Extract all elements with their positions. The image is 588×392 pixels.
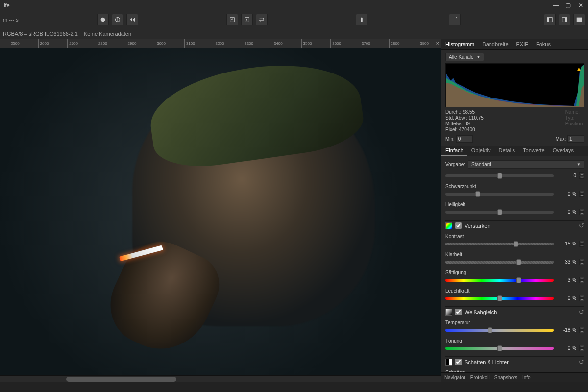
auto-enhance-icon[interactable] [449, 14, 461, 25]
stepper-down-icon[interactable]: ▾ [579, 348, 584, 351]
slider-track[interactable] [445, 279, 554, 282]
panel-left-icon[interactable] [544, 14, 556, 25]
min-input[interactable] [456, 135, 473, 143]
info-icon[interactable] [356, 14, 368, 25]
slider-track[interactable] [445, 193, 554, 196]
tab-bandbreite[interactable]: Bandbreite [478, 39, 512, 49]
image-canvas[interactable] [0, 48, 441, 375]
stepper-up-icon[interactable]: ▴ [579, 172, 584, 175]
stepper-down-icon[interactable]: ▾ [579, 298, 584, 301]
slider-track[interactable] [445, 329, 554, 332]
maximize-icon[interactable]: ▢ [565, 3, 571, 8]
stepper-up-icon[interactable]: ▴ [579, 327, 584, 330]
stepper-up-icon[interactable]: ▴ [579, 191, 584, 194]
stepper-down-icon[interactable]: ▾ [579, 176, 584, 179]
slider-thumb[interactable] [475, 191, 480, 197]
slider-track[interactable] [445, 297, 554, 300]
slider-label: Leuchtkraft [445, 288, 584, 294]
stepper-up-icon[interactable]: ▴ [579, 209, 584, 212]
stepper-down-icon[interactable]: ▾ [579, 280, 584, 283]
status-text: m --- s [3, 17, 97, 23]
panel-menu-icon[interactable]: ≡ [579, 39, 588, 49]
titlebar: lfe — ▢ ✕ [0, 0, 588, 11]
slider-thumb[interactable] [497, 345, 502, 351]
slider-track[interactable] [445, 261, 554, 264]
tab-details[interactable]: Details [494, 146, 519, 156]
ruler-tick: 2700 [67, 39, 68, 48]
clipping-warning-icon[interactable]: ▲ [576, 66, 582, 72]
ruler-horizontal[interactable]: × 25002600270028002900300031003200330034… [0, 39, 441, 48]
tab-tonwerte[interactable]: Tonwerte [519, 146, 549, 156]
stepper-down-icon[interactable]: ▾ [579, 212, 584, 215]
tab-objektiv[interactable]: Objektiv [467, 146, 495, 156]
panel-right-icon[interactable] [559, 14, 570, 25]
tab-histogramm[interactable]: Histogramm [441, 39, 478, 49]
close-icon[interactable]: ✕ [578, 3, 583, 8]
max-input[interactable] [567, 135, 584, 143]
reset-icon[interactable]: ↺ [579, 308, 584, 316]
rewind-icon[interactable] [126, 14, 138, 25]
slider-thumb[interactable] [514, 241, 518, 247]
slider-thumb[interactable] [516, 259, 521, 265]
stepper-down-icon[interactable]: ▾ [579, 244, 584, 247]
ruler-tick: 3400 [272, 39, 272, 48]
panel-both-icon[interactable] [573, 14, 585, 25]
stepper-up-icon[interactable]: ▴ [579, 259, 584, 262]
minimize-icon[interactable]: — [553, 3, 559, 8]
slider-thumb[interactable] [497, 173, 502, 179]
bottom-tab-info[interactable]: Info [522, 375, 531, 380]
stepper-up-icon[interactable]: ▴ [579, 241, 584, 244]
record-icon[interactable] [97, 14, 109, 25]
bottom-tab-navigator[interactable]: Navigator [444, 375, 466, 380]
panel-menu-icon[interactable]: ≡ [579, 146, 588, 156]
stepper-down-icon[interactable]: ▾ [579, 330, 584, 333]
section-swatch-icon [445, 359, 452, 366]
section-toggle[interactable] [455, 359, 462, 365]
split-view-icon[interactable] [112, 14, 123, 25]
slider-thumb[interactable] [516, 277, 521, 283]
reset-icon[interactable]: ↺ [579, 358, 584, 366]
stepper-up-icon[interactable]: ▴ [579, 295, 584, 298]
stepper-down-icon[interactable]: ▾ [579, 194, 584, 197]
stepper-down-icon[interactable]: ▾ [579, 262, 584, 265]
colorspace-label: RGBA/8 – sRGB IEC61966-2.1 [3, 31, 78, 37]
slider-helligkeit: Helligkeit 0 % ▴▾ [445, 202, 584, 215]
tab-overlays[interactable]: Overlays [549, 146, 578, 156]
preset-select[interactable]: Standard ▼ [468, 160, 584, 169]
import-icon[interactable] [226, 14, 238, 25]
channel-select-label: Alle Kanäle [449, 54, 474, 60]
slider-thumb[interactable] [488, 327, 492, 333]
menu-item[interactable]: lfe [0, 2, 14, 8]
histogram-chart[interactable]: ▲ [445, 63, 584, 107]
ruler-tick: 3600 [330, 39, 331, 48]
slider-thumb[interactable] [497, 209, 502, 215]
slider-track[interactable] [445, 211, 554, 214]
preset-label: Vorgabe: [445, 162, 465, 167]
slider-track[interactable] [445, 347, 554, 350]
swap-icon[interactable] [256, 14, 268, 25]
slider-track[interactable] [445, 174, 554, 177]
bottom-tab-snapshots[interactable]: Snapshots [494, 375, 517, 380]
section-toggle[interactable] [455, 309, 462, 315]
scrollbar-thumb[interactable] [66, 377, 176, 382]
tab-exif[interactable]: EXIF [513, 39, 532, 49]
slider-thumb[interactable] [497, 295, 502, 301]
horizontal-scrollbar[interactable] [0, 375, 441, 382]
stepper-up-icon[interactable]: ▴ [579, 277, 584, 280]
svg-rect-6 [565, 17, 567, 22]
ruler-tick: 3100 [184, 39, 185, 48]
channel-select[interactable]: Alle Kanäle ▼ [445, 53, 484, 61]
slider-track[interactable] [445, 243, 554, 245]
slider-schwarzpunkt: Schwarzpunkt 0 % ▴▾ [445, 184, 584, 197]
svg-rect-7 [577, 17, 582, 22]
reset-icon[interactable]: ↺ [579, 222, 584, 229]
ruler-close-icon[interactable]: × [436, 40, 439, 46]
stepper-up-icon[interactable]: ▴ [579, 345, 584, 348]
tab-fokus[interactable]: Fokus [532, 39, 555, 49]
export-icon[interactable] [241, 14, 253, 25]
section-toggle[interactable] [455, 222, 462, 229]
bottom-tab-protokoll[interactable]: Protokoll [470, 375, 490, 380]
section-title: Schatten & Lichter [465, 359, 509, 365]
tab-einfach[interactable]: Einfach [441, 146, 467, 156]
footer [0, 382, 588, 392]
